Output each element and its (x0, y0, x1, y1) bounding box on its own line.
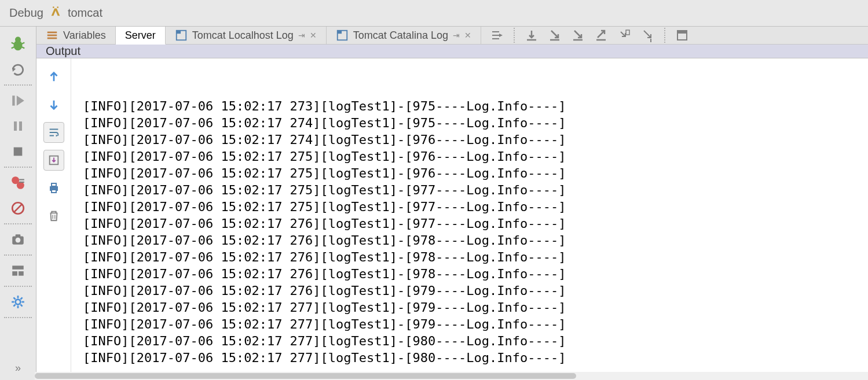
log-icon (336, 29, 349, 42)
stop-icon[interactable] (6, 140, 30, 163)
svg-rect-23 (19, 271, 24, 276)
tabs-bar: Variables Server Tomcat Localhost Log ⇥ … (36, 27, 868, 45)
svg-rect-35 (47, 38, 57, 39)
svg-rect-44 (626, 30, 629, 35)
separator (4, 286, 32, 287)
log-line: [INFO][2017-07-06 15:02:17 275][logTest1… (83, 165, 856, 182)
separator (4, 317, 32, 318)
log-line: [INFO][2017-07-06 15:02:17 275][logTest1… (83, 198, 856, 215)
settings-gear-icon[interactable] (6, 290, 30, 313)
tab-label: Variables (63, 29, 106, 42)
log-icon (175, 29, 188, 42)
run-to-cursor-icon[interactable] (639, 27, 656, 44)
svg-rect-9 (14, 121, 17, 131)
config-name: tomcat (68, 6, 102, 20)
tab-catalina-log[interactable]: Tomcat Catalina Log ⇥ ✕ (327, 27, 481, 44)
output-body: [INFO][2017-07-06 15:02:17 273][logTest1… (36, 58, 868, 380)
expand-chevrons-icon[interactable]: » (6, 359, 30, 377)
svg-line-6 (12, 47, 14, 49)
separator (4, 254, 32, 256)
pin-icon[interactable]: ⇥ (298, 31, 305, 40)
scroll-thumb[interactable] (35, 373, 576, 379)
svg-rect-33 (47, 32, 57, 34)
svg-line-30 (20, 304, 22, 306)
svg-rect-50 (52, 183, 56, 186)
log-line: [INFO][2017-07-06 15:02:17 277][logTest1… (83, 333, 856, 349)
log-line: [INFO][2017-07-06 15:02:17 276][logTest1… (83, 265, 856, 282)
tab-label: Server (125, 29, 156, 42)
tomcat-icon (49, 5, 62, 21)
step-into-icon[interactable] (546, 27, 563, 44)
pin-icon[interactable]: ⇥ (453, 31, 460, 40)
scroll-down-icon[interactable] (43, 94, 64, 115)
camera-icon[interactable] (6, 228, 30, 251)
svg-rect-47 (677, 31, 687, 34)
variables-icon (46, 29, 58, 42)
svg-line-31 (13, 304, 15, 306)
log-line: [INFO][2017-07-06 15:02:17 274][logTest1… (83, 131, 856, 148)
svg-rect-21 (12, 265, 24, 270)
svg-rect-19 (16, 234, 21, 237)
svg-point-0 (53, 6, 54, 8)
console-toolbar (36, 58, 71, 380)
log-line: [INFO][2017-07-06 15:02:17 276][logTest1… (83, 232, 856, 249)
svg-rect-8 (12, 95, 14, 105)
separator (514, 28, 515, 43)
pause-icon[interactable] (6, 115, 30, 138)
tab-variables[interactable]: Variables (36, 27, 116, 44)
scroll-up-icon[interactable] (43, 67, 64, 87)
svg-line-29 (13, 297, 15, 299)
tab-server[interactable]: Server (116, 27, 166, 45)
print-icon[interactable] (43, 178, 64, 198)
svg-line-32 (20, 297, 22, 299)
svg-line-17 (13, 204, 22, 212)
show-execution-point-icon[interactable] (488, 27, 506, 44)
svg-rect-10 (19, 121, 22, 131)
rerun-icon[interactable] (6, 58, 30, 81)
drop-frame-icon[interactable] (616, 27, 633, 44)
tab-localhost-log[interactable]: Tomcat Localhost Log ⇥ ✕ (166, 27, 327, 44)
log-line: [INFO][2017-07-06 15:02:17 275][logTest1… (83, 182, 856, 198)
debug-label: Debug (9, 6, 43, 20)
svg-point-20 (16, 238, 21, 243)
close-icon[interactable]: ✕ (464, 31, 471, 40)
evaluate-expression-icon[interactable] (673, 27, 691, 44)
log-line: [INFO][2017-07-06 15:02:17 277][logTest1… (83, 316, 856, 333)
horizontal-scrollbar[interactable] (35, 372, 868, 380)
log-line: [INFO][2017-07-06 15:02:17 277][logTest1… (83, 299, 856, 316)
close-icon[interactable]: ✕ (310, 31, 317, 40)
separator (4, 223, 32, 224)
clear-trash-icon[interactable] (43, 205, 64, 226)
svg-line-7 (21, 47, 24, 49)
force-step-into-icon[interactable] (569, 27, 587, 44)
debugger-toolbar: » (0, 27, 36, 380)
log-line: [INFO][2017-07-06 15:02:17 276][logTest1… (83, 282, 856, 299)
log-line: [INFO][2017-07-06 15:02:17 274][logTest1… (83, 115, 856, 131)
step-over-icon[interactable] (523, 27, 540, 44)
breakpoints-icon[interactable] (6, 171, 30, 194)
log-line: [INFO][2017-07-06 15:02:17 276][logTest1… (83, 215, 856, 232)
svg-rect-37 (176, 31, 180, 34)
tab-label: Tomcat Catalina Log (353, 29, 448, 42)
resume-icon[interactable] (6, 89, 30, 112)
svg-rect-14 (19, 179, 24, 180)
svg-rect-22 (12, 271, 17, 276)
log-line: [INFO][2017-07-06 15:02:17 277][logTest1… (83, 349, 856, 366)
log-output[interactable]: [INFO][2017-07-06 15:02:17 273][logTest1… (71, 58, 868, 380)
separator (4, 167, 32, 168)
step-out-icon[interactable] (592, 27, 610, 44)
soft-wrap-icon[interactable] (43, 122, 64, 143)
mute-breakpoints-icon[interactable] (6, 197, 30, 220)
svg-point-24 (16, 300, 21, 305)
output-title: Output (46, 45, 80, 58)
layout-icon[interactable] (6, 259, 30, 282)
separator (664, 28, 665, 43)
svg-line-5 (21, 43, 24, 45)
scroll-to-end-icon[interactable] (43, 150, 64, 171)
separator (4, 84, 32, 86)
log-line: [INFO][2017-07-06 15:02:17 273][logTest1… (83, 98, 856, 115)
debug-bug-icon[interactable] (6, 32, 30, 56)
output-header: Output (36, 45, 868, 58)
svg-line-4 (12, 43, 14, 45)
svg-rect-15 (19, 182, 24, 183)
